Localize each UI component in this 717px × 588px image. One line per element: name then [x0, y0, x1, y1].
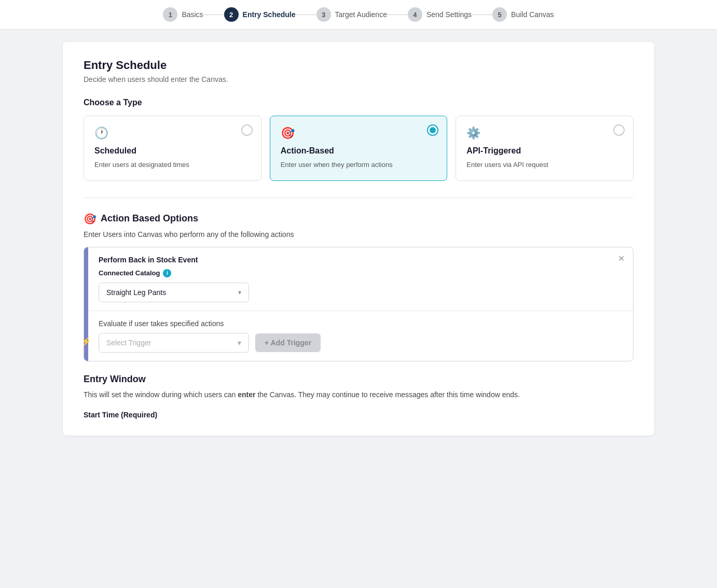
entry-window-title: Entry Window: [84, 374, 633, 385]
type-card-api-triggered[interactable]: ⚙️ API-Triggered Enter users via API req…: [456, 116, 633, 181]
trigger-dropdown[interactable]: Select Trigger ▾: [99, 333, 249, 353]
add-trigger-label: + Add Trigger: [265, 339, 311, 347]
radio-api-triggered[interactable]: [613, 124, 625, 136]
trigger-area: Select Trigger ▾ + Add Trigger: [99, 333, 623, 353]
nav-sep-4: [472, 15, 492, 15]
action-based-options-title: 🎯 Action Based Options: [84, 213, 633, 225]
close-action-block-button[interactable]: ✕: [618, 255, 625, 263]
main-content: Entry Schedule Decide when users should …: [63, 42, 654, 436]
card-name-api-triggered: API-Triggered: [466, 146, 623, 156]
type-card-scheduled[interactable]: 🕐 Scheduled Enter users at designated ti…: [84, 116, 261, 181]
evaluate-label: Evaluate if user takes specified actions: [99, 319, 623, 328]
action-block-accent: ⚡: [84, 247, 88, 361]
entry-window-desc: This will set the window during which us…: [84, 389, 633, 400]
start-time-label: Start Time (Required): [84, 411, 633, 419]
step-circle-4: 4: [408, 7, 422, 22]
nav-step-target-audience[interactable]: 3 Target Audience: [316, 7, 387, 22]
nav-sep-3: [387, 15, 408, 15]
radio-scheduled[interactable]: [241, 124, 253, 136]
gear-icon: ⚙️: [466, 127, 623, 140]
entry-window-desc-text-2: the Canvas. They may continue to receive…: [257, 390, 520, 399]
step-circle-2: 2: [224, 7, 239, 22]
entry-window-desc-text-1: This will set the window during which us…: [84, 390, 238, 399]
chevron-down-icon: ▾: [238, 289, 241, 296]
entry-window-section: Entry Window This will set the window du…: [84, 374, 633, 419]
step-circle-3: 3: [316, 7, 331, 22]
entry-window-desc-bold: enter: [238, 390, 255, 399]
nav-step-entry-schedule[interactable]: 2 Entry Schedule: [224, 7, 296, 22]
target-options-icon: 🎯: [84, 213, 96, 225]
card-desc-api-triggered: Enter users via API request: [466, 160, 623, 170]
step-label-build-canvas: Build Canvas: [511, 10, 554, 19]
action-block-inner: Perform Back in Stock Event Connected Ca…: [88, 247, 633, 361]
nav-step-send-settings[interactable]: 4 Send Settings: [408, 7, 472, 22]
catalog-value: Straight Leg Pants: [106, 288, 166, 297]
top-navigation: 1 Basics 2 Entry Schedule 3 Target Audie…: [0, 0, 717, 30]
choose-type-label: Choose a Type: [84, 98, 633, 107]
action-event-title: Perform Back in Stock Event: [99, 256, 623, 264]
action-block: ⚡ Perform Back in Stock Event Connected …: [84, 247, 633, 361]
section-divider: [84, 198, 633, 198]
action-block-bottom: Evaluate if user takes specified actions…: [88, 311, 633, 361]
step-circle-5: 5: [492, 7, 507, 22]
card-name-scheduled: Scheduled: [94, 146, 251, 156]
page-title: Entry Schedule: [84, 59, 633, 72]
step-label-entry-schedule: Entry Schedule: [243, 10, 296, 19]
step-label-basics: Basics: [182, 10, 203, 19]
type-card-action-based[interactable]: 🎯 Action-Based Enter user when they perf…: [270, 116, 448, 181]
trigger-chevron-icon: ▾: [238, 339, 241, 347]
step-label-target-audience: Target Audience: [335, 10, 387, 19]
radio-action-based[interactable]: [427, 124, 438, 136]
radio-inner-action-based: [430, 127, 436, 133]
action-block-top: Perform Back in Stock Event Connected Ca…: [88, 247, 633, 311]
action-based-options-desc: Enter Users into Canvas who perform any …: [84, 230, 633, 239]
card-desc-scheduled: Enter users at designated times: [94, 160, 251, 170]
nav-sep-1: [203, 15, 224, 15]
step-label-send-settings: Send Settings: [426, 10, 472, 19]
trigger-placeholder: Select Trigger: [106, 339, 151, 347]
page-subtitle: Decide when users should enter the Canva…: [84, 75, 633, 83]
nav-step-basics[interactable]: 1 Basics: [163, 7, 203, 22]
clock-icon: 🕐: [94, 127, 251, 140]
card-name-action-based: Action-Based: [281, 146, 437, 156]
catalog-label: Connected Catalog i: [99, 269, 623, 277]
card-desc-action-based: Enter user when they perform actions: [281, 160, 437, 170]
add-trigger-button[interactable]: + Add Trigger: [255, 333, 321, 352]
type-cards-container: 🕐 Scheduled Enter users at designated ti…: [84, 116, 633, 181]
step-circle-1: 1: [163, 7, 177, 22]
catalog-dropdown[interactable]: Straight Leg Pants ▾: [99, 283, 249, 302]
info-icon[interactable]: i: [163, 269, 171, 277]
target-icon: 🎯: [281, 127, 437, 140]
nav-sep-2: [296, 15, 316, 15]
nav-step-build-canvas[interactable]: 5 Build Canvas: [492, 7, 554, 22]
